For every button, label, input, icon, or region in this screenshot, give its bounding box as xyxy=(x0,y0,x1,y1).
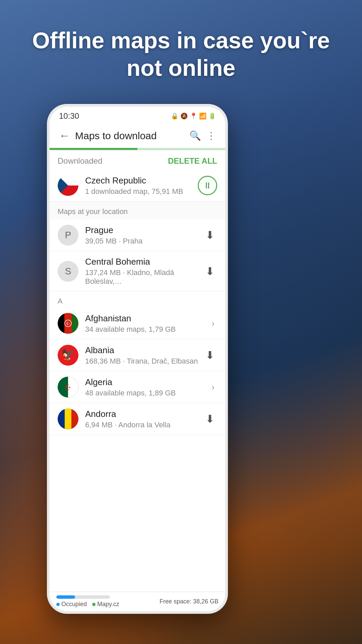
download-icon: ⬇ xyxy=(205,229,215,241)
mapy-legend: Mapy.cz xyxy=(92,601,119,608)
free-space-label: Free space: 38,26 GB xyxy=(160,598,219,605)
algeria-info: Algeria 48 available maps, 1,89 GB xyxy=(85,377,209,397)
andorra-name: Andorra xyxy=(85,409,203,419)
storage-bar-container: Occupied Mapy.cz xyxy=(56,595,160,608)
afghanistan-chevron[interactable]: › xyxy=(209,316,217,331)
phone-screen: 10:30 🔒 🔕 📍 📶 🔋 ← Maps to download 🔍 ⋮ xyxy=(50,107,225,611)
albania-download-button[interactable]: ⬇ xyxy=(203,346,217,364)
central-bohemia-info: Central Bohemia 137,24 MB · Kladno, Mlad… xyxy=(85,257,203,286)
svg-rect-7 xyxy=(58,313,64,334)
albania-name: Albania xyxy=(85,345,203,356)
pause-button[interactable]: ⏸ xyxy=(198,176,217,195)
czech-republic-name: Czech Republic xyxy=(85,175,198,186)
list-item-prague: P Prague 39,05 MB · Praha ⬇ xyxy=(50,219,225,251)
status-bar: 10:30 🔒 🔕 📍 📶 🔋 xyxy=(50,107,225,123)
afghanistan-flag: ☪ xyxy=(58,313,78,334)
battery-icon: 🔋 xyxy=(208,112,216,120)
albania-info: Albania 168,36 MB · Tirana, Drač, Elbasa… xyxy=(85,345,203,366)
download-icon-3: ⬇ xyxy=(205,349,215,361)
alpha-a-label: A xyxy=(58,297,63,305)
algeria-chevron[interactable]: › xyxy=(209,379,217,395)
prague-info: Prague 39,05 MB · Praha xyxy=(85,225,203,246)
search-button[interactable]: 🔍 xyxy=(187,127,204,144)
central-bohemia-detail: 137,24 MB · Kladno, Mladá Boleslav,… xyxy=(85,268,203,286)
tab-maps-to-download[interactable] xyxy=(137,148,225,150)
content-area: Downloaded DELETE ALL xyxy=(50,150,225,592)
prague-avatar: P xyxy=(58,225,78,246)
svg-text:☪: ☪ xyxy=(66,321,70,326)
back-button[interactable]: ← xyxy=(56,127,72,145)
occupied-dot xyxy=(56,603,60,606)
occupied-legend: Occupied xyxy=(56,601,87,608)
albania-detail: 168,36 MB · Tirana, Drač, Elbasan xyxy=(85,357,203,366)
mapy-label: Mapy.cz xyxy=(97,601,119,608)
delete-all-button[interactable]: DELETE ALL xyxy=(168,156,217,166)
central-bohemia-name: Central Bohemia xyxy=(85,257,203,267)
list-item-algeria[interactable]: ☪ Algeria 48 available maps, 1,89 GB › xyxy=(50,371,225,403)
location-icon: 📍 xyxy=(190,112,197,120)
prague-avatar-letter: P xyxy=(65,230,71,240)
phone-container: 10:30 🔒 🔕 📍 📶 🔋 ← Maps to download 🔍 ⋮ xyxy=(47,104,228,614)
algeria-detail: 48 available maps, 1,89 GB xyxy=(85,389,209,397)
list-item-albania: 🦅 Albania 168,36 MB · Tirana, Drač, Elba… xyxy=(50,339,225,371)
download-icon-2: ⬇ xyxy=(205,265,215,277)
svg-rect-24 xyxy=(65,409,71,429)
wifi-icon: 📶 xyxy=(199,112,206,120)
andorra-download-button[interactable]: ⬇ xyxy=(203,410,217,428)
afghanistan-info: Afghanistan 34 available maps, 1,79 GB xyxy=(85,313,209,334)
more-button[interactable]: ⋮ xyxy=(204,127,219,144)
andorra-detail: 6,94 MB · Andorra la Vella xyxy=(85,421,203,429)
storage-bar-fill xyxy=(56,595,75,599)
list-item-afghanistan[interactable]: ☪ Afghanistan 34 available maps, 1,79 GB… xyxy=(50,308,225,339)
czech-republic-info: Czech Republic 1 downloaded map, 75,91 M… xyxy=(85,175,198,196)
mute-icon: 🔕 xyxy=(180,112,188,120)
list-item-central-bohemia: S Central Bohemia 137,24 MB · Kladno, Ml… xyxy=(50,251,225,291)
storage-legend: Occupied Mapy.cz xyxy=(56,601,160,608)
central-bohemia-download-button[interactable]: ⬇ xyxy=(203,262,217,280)
prague-name: Prague xyxy=(85,225,203,235)
svg-rect-9 xyxy=(72,313,78,334)
bottom-bar: Occupied Mapy.cz Free space: 38,26 GB xyxy=(50,592,225,611)
mapy-dot xyxy=(92,603,96,606)
location-label: Maps at your location xyxy=(58,207,128,216)
headline: Offline maps in case you`re not online xyxy=(0,27,362,82)
andorra-flag xyxy=(58,409,78,429)
pause-icon: ⏸ xyxy=(203,180,212,191)
svg-text:🦅: 🦅 xyxy=(61,348,75,361)
tab-bar xyxy=(50,148,225,150)
phone-shell: 10:30 🔒 🔕 📍 📶 🔋 ← Maps to download 🔍 ⋮ xyxy=(47,104,228,614)
download-icon-4: ⬇ xyxy=(205,413,215,425)
tab-downloaded[interactable] xyxy=(50,148,137,150)
list-item-andorra: Andorra 6,94 MB · Andorra la Vella ⬇ xyxy=(50,403,225,435)
alpha-a-section: A xyxy=(50,291,225,308)
downloaded-section-header: Downloaded DELETE ALL xyxy=(50,150,225,170)
app-bar: ← Maps to download 🔍 ⋮ xyxy=(50,123,225,148)
prague-detail: 39,05 MB · Praha xyxy=(85,237,203,246)
czech-republic-detail: 1 downloaded map, 75,91 MB xyxy=(85,187,198,196)
svg-rect-23 xyxy=(58,409,65,429)
svg-text:☪: ☪ xyxy=(65,383,71,392)
app-bar-title: Maps to download xyxy=(75,130,187,142)
czech-flag xyxy=(58,175,78,196)
occupied-label: Occupied xyxy=(61,601,87,608)
list-item-czech-republic: Czech Republic 1 downloaded map, 75,91 M… xyxy=(50,170,225,202)
svg-rect-25 xyxy=(71,409,78,429)
location-section-header: Maps at your location xyxy=(50,202,225,219)
algeria-name: Algeria xyxy=(85,377,209,387)
afghanistan-detail: 34 available maps, 1,79 GB xyxy=(85,325,209,334)
prague-download-button[interactable]: ⬇ xyxy=(203,226,217,244)
andorra-info: Andorra 6,94 MB · Andorra la Vella xyxy=(85,409,203,429)
central-bohemia-avatar-letter: S xyxy=(65,266,71,277)
albania-flag: 🦅 xyxy=(58,345,78,366)
lock-icon: 🔒 xyxy=(171,112,178,120)
afghanistan-name: Afghanistan xyxy=(85,313,209,324)
central-bohemia-avatar: S xyxy=(58,261,78,282)
status-time: 10:30 xyxy=(59,111,79,121)
status-icons: 🔒 🔕 📍 📶 🔋 xyxy=(171,112,216,120)
algeria-flag: ☪ xyxy=(58,377,78,397)
downloaded-label: Downloaded xyxy=(58,156,102,166)
storage-bar xyxy=(56,595,110,599)
